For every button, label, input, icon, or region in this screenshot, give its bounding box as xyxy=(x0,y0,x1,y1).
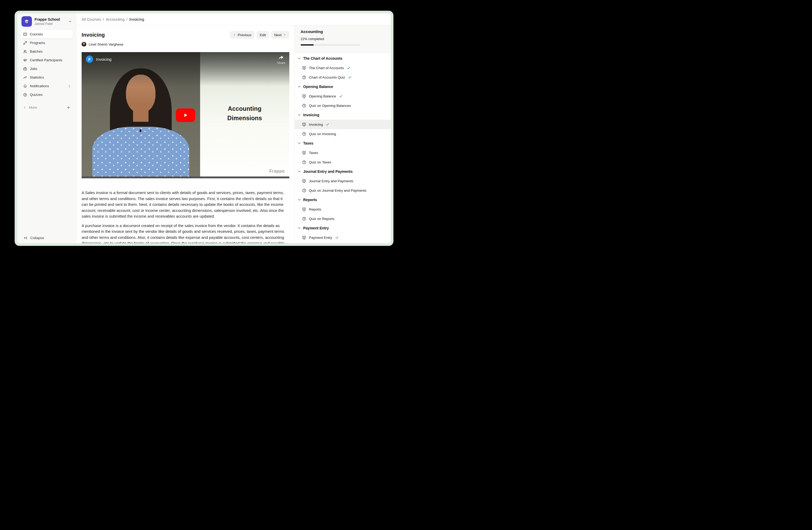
sidebar-item-statistics[interactable]: Statistics xyxy=(20,73,73,82)
chevron-left-icon xyxy=(233,33,236,37)
collapse-left-icon xyxy=(24,236,28,240)
graduation-cap-icon xyxy=(23,58,27,62)
chevron-down-icon xyxy=(298,57,301,60)
chapter-the-chart-of-accounts[interactable]: The Chart of Accounts xyxy=(295,54,391,63)
plus-icon[interactable] xyxy=(67,106,70,110)
lesson-paragraph: A Sales invoice is a formal document sen… xyxy=(82,190,289,220)
video-lesson-icon xyxy=(302,207,306,212)
course-outline-list[interactable]: The Chart of Accounts The Chart of Accou… xyxy=(295,53,391,243)
chevron-right-icon xyxy=(283,33,286,37)
chevron-down-icon xyxy=(298,226,301,229)
sidebar-item-more[interactable]: More xyxy=(20,103,73,112)
chevron-down-icon xyxy=(298,113,301,116)
users-icon xyxy=(23,50,27,54)
author-name: Linet Sherin Varghese xyxy=(89,42,124,46)
check-icon xyxy=(348,75,352,79)
video-progress-bar[interactable] xyxy=(82,177,289,178)
chapter-reports[interactable]: Reports xyxy=(295,195,391,205)
school-name: Frappe School xyxy=(34,17,66,22)
lesson-paragraph: A purchase invoice is a document created… xyxy=(82,223,289,243)
outline-lesson-reports[interactable]: Reports xyxy=(295,205,391,214)
play-button[interactable] xyxy=(176,108,195,122)
sidebar-collapse-button[interactable]: Collapse xyxy=(24,236,44,240)
next-button[interactable]: Next xyxy=(271,31,289,39)
video-title: Invoicing xyxy=(96,57,112,61)
frappe-watermark: Frappe xyxy=(270,169,285,174)
bell-icon xyxy=(23,84,27,88)
sidebar-nav: Courses Programs Batches Certified Parti… xyxy=(17,29,76,99)
breadcrumb: All Courses / Accounting / Invoicing xyxy=(76,13,391,25)
frappe-school-logo xyxy=(21,16,32,27)
course-progress-label: 22% completed xyxy=(301,37,385,41)
chevron-down-icon xyxy=(298,170,301,173)
course-progress-header: Accounting 22% completed xyxy=(295,25,391,53)
video-lesson-icon xyxy=(302,66,306,70)
quiz-icon xyxy=(302,160,306,165)
sidebar-item-jobs[interactable]: Jobs xyxy=(20,65,73,73)
lesson-body: A Sales invoice is a formal document sen… xyxy=(82,190,289,243)
quiz-icon xyxy=(302,188,306,193)
outline-quiz-chart-of-accounts-quiz[interactable]: Chart of Accounts Quiz xyxy=(295,72,391,82)
briefcase-icon xyxy=(23,67,27,71)
outline-lesson-invoicing[interactable]: Invoicing xyxy=(295,120,391,129)
outline-lesson-payment-entry[interactable]: Payment Entry xyxy=(295,233,391,242)
share-label: Share xyxy=(277,61,286,65)
quiz-icon xyxy=(302,132,306,136)
course-title: Accounting xyxy=(301,29,385,34)
sidebar-item-courses[interactable]: Courses xyxy=(20,30,73,39)
video-slide: Accounting Dimensions xyxy=(200,52,289,177)
chapter-opening-balance[interactable]: Opening Balance xyxy=(295,82,391,92)
chevron-down-icon xyxy=(298,198,301,201)
quiz-icon xyxy=(302,217,306,221)
chapter-payment-entry[interactable]: Payment Entry xyxy=(295,223,391,233)
workspace-switcher[interactable]: Frappe School Jannat Patel xyxy=(17,13,76,29)
author-avatar xyxy=(82,42,86,46)
share-icon xyxy=(278,56,284,60)
course-outline-panel: Accounting 22% completed The Chart of Ac… xyxy=(294,25,391,243)
outline-lesson-taxes[interactable]: Taxes xyxy=(295,148,391,157)
outline-lesson-the-chart-of-accounts[interactable]: The Chart of Accounts xyxy=(295,63,391,72)
lesson-main[interactable]: Invoicing Previous Edit xyxy=(76,25,294,243)
sidebar-item-certified-participants[interactable]: Certified Participants xyxy=(20,56,73,65)
quiz-icon xyxy=(302,103,306,108)
chevron-right-icon xyxy=(23,106,26,109)
breadcrumb-all-courses[interactable]: All Courses xyxy=(82,17,101,22)
sidebar-item-batches[interactable]: Batches xyxy=(20,47,73,56)
app-window-frame: Frappe School Jannat Patel Courses Progr… xyxy=(15,11,393,246)
outline-quiz-quiz-on-invoicing[interactable]: Quiz on Invoicing xyxy=(295,129,391,139)
outline-quiz-quiz-on-opening-balances[interactable]: Quiz on Opening Balances xyxy=(295,101,391,110)
programs-icon xyxy=(23,41,27,45)
outline-quiz-quiz-on-taxes[interactable]: Quiz on Taxes xyxy=(295,157,391,167)
slide-line-2: Dimensions xyxy=(227,114,262,123)
sidebar: Frappe School Jannat Patel Courses Progr… xyxy=(17,13,76,243)
chapter-invoicing[interactable]: Invoicing xyxy=(295,110,391,120)
check-icon xyxy=(335,236,339,239)
book-open-icon xyxy=(23,32,27,37)
breadcrumb-current: Invoicing xyxy=(129,17,144,22)
sidebar-item-quizzes[interactable]: Quizzes xyxy=(20,90,73,99)
check-icon xyxy=(339,94,343,98)
quiz-icon xyxy=(302,75,306,80)
course-progress-fill xyxy=(301,44,314,45)
outline-lesson-opening-balance[interactable]: Opening Balance xyxy=(295,92,391,101)
more-label: More xyxy=(29,106,37,110)
breadcrumb-accounting[interactable]: Accounting xyxy=(106,17,125,22)
edit-button[interactable]: Edit xyxy=(257,31,269,39)
trending-up-icon xyxy=(23,75,27,80)
outline-quiz-quiz-on-journal-entry-and-payments[interactable]: Quiz on Journal Entry and Payments xyxy=(295,186,391,195)
previous-button[interactable]: Previous xyxy=(230,31,255,39)
outline-quiz-quiz-on-reports[interactable]: Quiz on Reports xyxy=(295,214,391,223)
page-title: Invoicing xyxy=(82,32,105,38)
share-button[interactable]: Share xyxy=(277,54,286,65)
video-player[interactable]: Accounting Dimensions F Invoicing xyxy=(82,52,289,178)
user-name: Jannat Patel xyxy=(34,22,66,26)
outline-lesson-journal-entry-and-payments[interactable]: Journal Entry and Payments xyxy=(295,176,391,186)
sidebar-item-notifications[interactable]: Notifications 1 xyxy=(20,82,73,90)
chapter-journal-entry-and-payments[interactable]: Journal Entry and Payments xyxy=(295,167,391,176)
chapter-taxes[interactable]: Taxes xyxy=(295,139,391,148)
sidebar-item-programs[interactable]: Programs xyxy=(20,39,73,47)
video-lesson-icon xyxy=(302,179,306,183)
chevron-down-icon[interactable] xyxy=(68,20,72,23)
channel-avatar[interactable]: F xyxy=(86,56,93,63)
author-row: Linet Sherin Varghese xyxy=(82,42,289,46)
